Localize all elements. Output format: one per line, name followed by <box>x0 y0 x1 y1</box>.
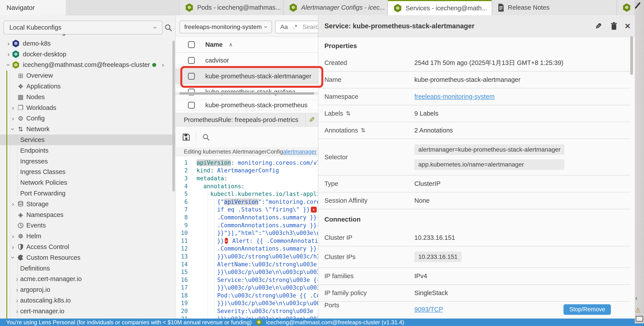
sidebar-item-custom-resources[interactable]: ›Custom Resources <box>0 252 176 263</box>
sidebar-item-endpoints[interactable]: Endpoints <box>0 145 176 156</box>
sidebar-item-network-policies[interactable]: Network Policies <box>0 177 176 188</box>
tab-services-icecheng-math[interactable]: ☸Services - icecheng@math...✕ <box>388 0 492 15</box>
chevron-right-icon[interactable]: › <box>162 61 164 68</box>
close-icon[interactable]: ✕ <box>624 22 631 30</box>
edit-pencil-icon[interactable]: ✎ <box>595 22 602 31</box>
sidebar-item-label: Network Policies <box>20 179 67 186</box>
tab-alertmanager-configs-icec[interactable]: ☸Alertmanager Configs - icec... <box>284 0 388 15</box>
chevron-right-icon[interactable]: › <box>8 40 10 47</box>
chevron-right-icon[interactable]: › <box>12 244 14 250</box>
sidebar-item-definitions[interactable]: Definitions <box>0 263 176 274</box>
search-icon[interactable] <box>164 24 172 32</box>
regex-icon[interactable]: .* <box>293 24 297 30</box>
chevron-down-icon[interactable]: › <box>10 256 16 259</box>
sidebar-item-overview[interactable]: ⊞Overview <box>0 70 176 81</box>
cluster-status-text[interactable]: icecheng@mathmast.com@freeleaps-cluster … <box>266 319 404 326</box>
match-case-icon[interactable]: Aa <box>280 24 288 30</box>
chevron-right-icon[interactable]: › <box>162 62 164 68</box>
resource-editor-bar[interactable]: PrometheusRule: freepeals-prod-metrics ✎ <box>176 113 318 126</box>
code-line: 8 .CommonAnnotations.summary }}- <box>176 214 318 221</box>
table-row[interactable]: kube-prometheus-stack-prometheus <box>176 100 318 110</box>
kubeconfig-row: Local Kubeconfigs › <box>0 15 176 35</box>
chevron-right-icon[interactable]: › <box>12 115 14 122</box>
select-all-checkbox[interactable] <box>188 41 195 48</box>
chevron-down-icon[interactable]: › <box>10 128 16 130</box>
editor-search-icon[interactable] <box>202 133 210 141</box>
kubernetes-icon: ☸ <box>289 3 298 12</box>
sidebar-item-access-control[interactable]: ›Access Control <box>0 242 176 252</box>
tab-release-notes[interactable]: Release Notes <box>492 0 617 15</box>
sidebar-item-configuration-konghq-com[interactable]: ›configuration.konghq.com <box>0 316 176 318</box>
sidebar-item-nodes[interactable]: ▦Nodes <box>0 92 176 102</box>
sort-toggle-icon[interactable]: ⇅ <box>360 127 366 134</box>
namespace-select[interactable]: freeleaps-monitoring-system › <box>180 20 272 33</box>
kubernetes-icon: ☸ <box>622 3 631 12</box>
chevron-right-icon[interactable]: › <box>16 286 18 293</box>
sidebar-cluster-docker-desktop[interactable]: ›☸docker-desktop <box>0 49 176 60</box>
chevron-right-icon[interactable]: › <box>12 104 14 111</box>
sidebar-scrollbar[interactable] <box>172 40 175 192</box>
sidebar-item-workloads[interactable]: ›❒Workloads <box>0 102 176 113</box>
sort-toggle-icon[interactable]: ⇅ <box>346 110 350 117</box>
edit-pencil-icon[interactable]: ✎ <box>308 116 315 124</box>
trash-icon[interactable] <box>610 22 618 30</box>
namespace-link[interactable]: freeleaps-monitoring-system <box>414 93 495 100</box>
chevron-right-icon[interactable]: › <box>8 51 10 58</box>
tab-partial[interactable]: ☸ <box>617 0 635 15</box>
code-line: 21 }}\u003c/p\u003e\n\u003cp\u003 <box>176 315 318 318</box>
sidebar-item-network[interactable]: ›⇅Network <box>0 124 176 134</box>
chevron-right-icon[interactable]: › <box>12 233 14 240</box>
property-row-cluster-ip: Cluster IP10.233.16.151 <box>318 230 630 246</box>
chevron-down-icon[interactable]: › <box>5 64 12 66</box>
sidebar-clipped-item: g <box>0 34 176 38</box>
stop-remove-button[interactable]: Stop/Remove <box>564 304 611 315</box>
sidebar-cluster-demo-k8s[interactable]: ›☸demo-k8s <box>0 38 176 49</box>
line-number: 16 <box>176 277 196 283</box>
table-search-input[interactable]: Aa .* Search <box>275 20 318 33</box>
sidebar-item-autoscaling-k8s-io[interactable]: ›autoscaling.k8s.io <box>0 295 176 306</box>
access-control-icon <box>18 244 24 250</box>
editor-breadcrumb-link[interactable]: alertmanager <box>283 148 316 155</box>
line-number: 12 <box>176 245 196 252</box>
ports-list: 9093/TCPStop/Remove8080:reloader-web/TCP… <box>414 302 624 318</box>
sidebar-item-config[interactable]: ›⚙Config <box>0 113 176 124</box>
horizontal-scrollbar[interactable] <box>176 92 318 95</box>
sidebar-item-applications[interactable]: ❖Applications <box>0 81 176 92</box>
sidebar-item-namespaces[interactable]: ◈Namespaces <box>0 210 176 220</box>
row-checkbox[interactable] <box>188 102 195 108</box>
sidebar-item-storage[interactable]: ›Storage <box>0 199 176 210</box>
port-link[interactable]: 9093/TCP <box>414 306 443 313</box>
property-row-namespace: Namespacefreeleaps-monitoring-system <box>318 88 630 105</box>
sidebar-item-label: Config <box>26 115 45 122</box>
sidebar-item-events[interactable]: Events <box>0 220 176 231</box>
sidebar-item-ingresses[interactable]: Ingresses <box>0 156 176 167</box>
sidebar-item-ingress-classes[interactable]: Ingress Classes <box>0 167 176 178</box>
yaml-editor[interactable]: 1apiVersion: monitoring.coreos.com/v1alp… <box>176 156 318 318</box>
property-row-ip-families: IP familiesIPv4 <box>318 268 630 285</box>
sidebar-item-services[interactable]: Services <box>0 134 176 145</box>
tab-pods-icecheng-mathmas[interactable]: ☸Pods - icecheng@mathmas... <box>180 0 283 15</box>
sidebar-item-argoproj-io[interactable]: ›argoproj.io <box>0 284 176 295</box>
row-checkbox[interactable] <box>188 57 195 64</box>
sidebar-item-acme-cert-manager-io[interactable]: ›acme.cert-manager.io <box>0 274 176 284</box>
sidebar-item-helm[interactable]: ›☸Helm <box>0 231 176 242</box>
sidebar-item-label: Storage <box>26 200 49 208</box>
line-number: 18 <box>176 292 196 299</box>
kubeconfig-select[interactable]: Local Kubeconfigs › <box>3 20 162 34</box>
sidebar-item-label: autoscaling.k8s.io <box>20 297 71 304</box>
chevron-right-icon[interactable]: › <box>16 297 18 304</box>
save-icon[interactable] <box>182 133 190 141</box>
chevron-right-icon[interactable]: › <box>16 276 18 282</box>
sidebar-item-port-forwarding[interactable]: Port Forwarding <box>0 188 176 199</box>
sidebar-cluster-icecheng-mathmast-com-freeleaps-cluster[interactable]: ›☸icecheng@mathmast.com@freeleaps-cluste… <box>0 60 176 70</box>
network-icon: ⇅ <box>16 126 25 133</box>
chevron-right-icon[interactable]: › <box>16 308 18 314</box>
toolbar-divider <box>196 132 196 143</box>
property-label: Type <box>324 180 414 187</box>
sidebar-item-cert-manager-io[interactable]: ›cert-manager.io <box>0 306 176 316</box>
column-header-name[interactable]: Name <box>205 41 223 48</box>
panel-scrollbar[interactable] <box>630 36 633 75</box>
sort-asc-icon[interactable]: ∧ <box>229 42 233 48</box>
chevron-right-icon[interactable]: › <box>12 201 14 207</box>
tab-label: Alertmanager Configs - icec... <box>301 4 385 11</box>
